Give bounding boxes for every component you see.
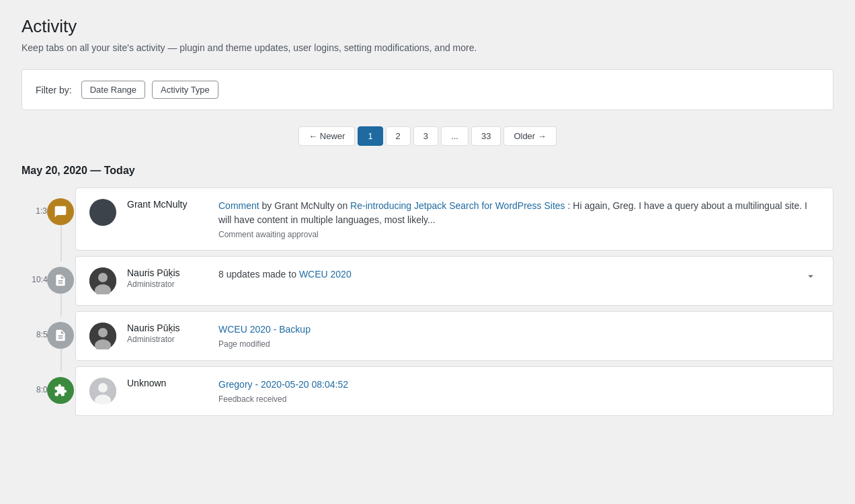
post-link-4[interactable]: Gregory - 2020-05-20 08:04:52 xyxy=(218,379,348,390)
activity-content-3: WCEU 2020 - Backup Page modified xyxy=(218,323,819,349)
activity-by: by Grant McNulty on xyxy=(262,200,351,211)
activity-text-4: Gregory - 2020-05-20 08:04:52 xyxy=(218,378,819,392)
activity-card-3: Nauris Pūķis Administrator WCEU 2020 - B… xyxy=(75,311,833,361)
timeline-item-4: 8:04 AM Unknown Gregory - 2020-05-20 08:… xyxy=(75,366,833,416)
activity-card-1: M{ Grant McNulty Comment by Grant McNult… xyxy=(75,187,833,251)
user-info-4: Unknown xyxy=(127,378,208,388)
user-info-2: Nauris Pūķis Administrator xyxy=(127,267,208,289)
user-info-1: Grant McNulty xyxy=(127,199,208,210)
page-2-button[interactable]: 2 xyxy=(386,126,411,146)
date-heading: May 20, 2020 — Today xyxy=(22,165,833,177)
page-33-button[interactable]: 33 xyxy=(471,126,501,146)
post-icon-2 xyxy=(47,267,74,294)
activity-status-3: Page modified xyxy=(218,339,819,349)
avatar-4 xyxy=(89,378,116,405)
date-range-filter-button[interactable]: Date Range xyxy=(81,81,145,99)
filter-label: Filter by: xyxy=(36,85,72,95)
svg-point-8 xyxy=(98,383,108,392)
post-link-3[interactable]: WCEU 2020 - Backup xyxy=(218,324,311,335)
filter-bar: Filter by: Date Range Activity Type xyxy=(22,69,833,110)
activity-text-1: Comment by Grant McNulty on Re-introduci… xyxy=(218,199,819,227)
avatar-3 xyxy=(89,323,116,349)
activity-content-1: Comment by Grant McNulty on Re-introduci… xyxy=(218,199,819,239)
avatar-1: M{ xyxy=(89,199,116,226)
avatar-2 xyxy=(89,267,116,294)
activity-card-2: Nauris Pūķis Administrator 8 updates mad… xyxy=(75,256,833,306)
page-3-button[interactable]: 3 xyxy=(413,126,438,146)
comment-type-link[interactable]: Comment xyxy=(218,200,259,211)
plugin-icon-4 xyxy=(47,377,74,404)
timeline-line-1 xyxy=(60,225,62,261)
page-1-button[interactable]: 1 xyxy=(358,126,382,146)
post-link-1[interactable]: Re-introducing Jetpack Search for WordPr… xyxy=(350,200,565,211)
user-info-3: Nauris Pūķis Administrator xyxy=(127,323,208,344)
post-link-2[interactable]: WCEU 2020 xyxy=(299,269,352,280)
svg-point-2 xyxy=(98,273,108,282)
timeline-item-2: 10:48 AM Nauris Pūķis Administrator xyxy=(75,256,833,306)
activity-status-4: Feedback received xyxy=(218,394,819,404)
activity-content-4: Gregory - 2020-05-20 08:04:52 Feedback r… xyxy=(218,378,819,404)
activity-type-filter-button[interactable]: Activity Type xyxy=(152,81,218,99)
svg-point-5 xyxy=(98,328,108,337)
svg-text:M{: M{ xyxy=(93,206,108,219)
user-name-3: Nauris Pūķis xyxy=(127,323,208,333)
user-name-4: Unknown xyxy=(127,378,208,388)
page-title: Activity xyxy=(22,16,833,37)
page-ellipsis: ... xyxy=(441,126,469,146)
activity-card-4: Unknown Gregory - 2020-05-20 08:04:52 Fe… xyxy=(75,366,833,416)
activity-text-3: WCEU 2020 - Backup xyxy=(218,323,819,337)
activity-updates-prefix: 8 updates made to xyxy=(218,269,299,280)
activity-status-1: Comment awaiting approval xyxy=(218,230,819,239)
user-name-1: Grant McNulty xyxy=(127,199,208,210)
timeline-item-1: 1:36 PM M{ Grant McNulty Comment by Gran… xyxy=(75,187,833,251)
timeline-line-2 xyxy=(60,294,62,317)
timeline-line-3 xyxy=(60,349,62,372)
post-icon-3 xyxy=(47,322,74,349)
timeline: 1:36 PM M{ Grant McNulty Comment by Gran… xyxy=(22,187,833,416)
user-role-2: Administrator xyxy=(127,280,208,289)
newer-button[interactable]: ← Newer xyxy=(298,126,355,146)
older-button[interactable]: Older → xyxy=(503,126,556,146)
comment-icon-1 xyxy=(47,198,74,225)
user-role-3: Administrator xyxy=(127,335,208,344)
user-name-2: Nauris Pūķis xyxy=(127,267,208,278)
activity-content-2: 8 updates made to WCEU 2020 xyxy=(218,267,791,284)
activity-text-2: 8 updates made to WCEU 2020 xyxy=(218,267,791,282)
timeline-item-3: 8:56 AM Nauris Pūķis Administrator W xyxy=(75,311,833,361)
page-subtitle: Keep tabs on all your site's activity — … xyxy=(22,42,833,53)
expand-button-2[interactable] xyxy=(802,267,819,285)
pagination: ← Newer 1 2 3 ... 33 Older → xyxy=(22,126,833,146)
